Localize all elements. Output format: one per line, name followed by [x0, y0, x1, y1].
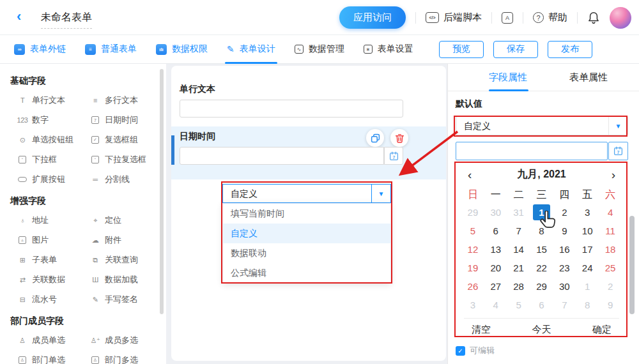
calendar-day[interactable]: 30	[553, 277, 576, 296]
calendar-day[interactable]: 3	[576, 203, 599, 222]
calendar-day[interactable]: 26	[461, 277, 484, 296]
app-access-button[interactable]: 应用访问	[339, 6, 406, 29]
sidebar-item-dept-single[interactable]: ♙部门单选	[17, 354, 89, 364]
sidebar-item-data-load[interactable]: Ш数据加载	[89, 274, 160, 285]
calendar-confirm-button[interactable]: 确定	[592, 324, 612, 336]
calendar-day[interactable]: 2	[599, 277, 622, 296]
calendar-day[interactable]: 27	[484, 277, 507, 296]
sidebar-item-signature[interactable]: ✎手写签名	[89, 294, 160, 305]
calendar-day[interactable]: 4	[599, 203, 622, 222]
sidebar-item-divider[interactable]: ═分割线	[89, 174, 160, 185]
dropdown-option[interactable]: 自定义	[223, 224, 390, 243]
sidebar-item-extend-button[interactable]: 扩展按钮	[17, 174, 89, 185]
toolbar-tab-form-external-link[interactable]: ∞表单外链	[14, 35, 66, 64]
dropdown-option[interactable]: 数据联动	[223, 243, 390, 263]
dropdown-option[interactable]: 公式编辑	[223, 263, 390, 283]
toolbar-tab-form-design[interactable]: ✎表单设计	[227, 35, 275, 64]
calendar-day[interactable]: 14	[507, 240, 530, 259]
calendar-day[interactable]: 28	[507, 277, 530, 296]
contacts-icon[interactable]: A	[502, 12, 513, 24]
calendar-day[interactable]: 23	[553, 259, 576, 277]
datetime-input[interactable]	[180, 147, 384, 165]
panel-tab-form-props[interactable]: 表单属性	[564, 72, 613, 84]
calendar-day[interactable]: 3	[461, 296, 484, 314]
delete-field-button[interactable]	[390, 129, 408, 147]
datetime-calendar-button[interactable]: 7	[384, 147, 403, 165]
calendar-day[interactable]: 19	[461, 259, 484, 277]
toolbar-tab-data-management[interactable]: ∿数据管理	[295, 35, 344, 64]
editable-checkbox[interactable]: ✓	[456, 346, 465, 356]
sidebar-scrollbar[interactable]	[160, 69, 164, 314]
sidebar-item-radio-group[interactable]: ⊙单选按钮组	[17, 134, 89, 146]
panel-date-calendar-button[interactable]: 7	[608, 142, 628, 160]
calendar-day[interactable]: 8	[576, 296, 599, 314]
calendar-day[interactable]: 17	[576, 240, 599, 259]
sidebar-item-image[interactable]: ▵图片	[17, 234, 89, 246]
calendar-day[interactable]: 9	[553, 222, 576, 240]
calendar-day[interactable]: 13	[484, 240, 507, 259]
calendar-day[interactable]: 24	[576, 259, 599, 277]
sidebar-item-location[interactable]: ⌖定位	[89, 215, 160, 226]
calendar-day[interactable]: 12	[461, 240, 484, 259]
sidebar-item-single-line-text[interactable]: T单行文本	[17, 95, 89, 106]
calendar-day[interactable]: 1	[576, 277, 599, 296]
calendar-day[interactable]: 10	[576, 222, 599, 240]
publish-button[interactable]: 发布	[548, 41, 592, 58]
user-avatar[interactable]	[610, 7, 631, 29]
calendar-day[interactable]: 30	[484, 203, 507, 222]
calendar-day[interactable]: 29	[530, 277, 553, 296]
copy-field-button[interactable]	[366, 129, 384, 147]
sidebar-item-related-query[interactable]: ⧉关联查询	[89, 254, 160, 266]
single-line-text-input[interactable]	[180, 100, 403, 118]
calendar-day[interactable]: 20	[484, 259, 507, 277]
sidebar-item-dept-multi[interactable]: ♙部门多选	[89, 354, 160, 364]
calendar-day[interactable]: 4	[484, 296, 507, 314]
sidebar-item-member-multi[interactable]: ♙⁺成员多选	[89, 335, 160, 346]
calendar-day[interactable]: 11	[599, 222, 622, 240]
sidebar-item-subform[interactable]: ⊞子表单	[17, 254, 89, 266]
sidebar-item-multi-line-text[interactable]: ≡多行文本	[89, 95, 160, 106]
calendar-day[interactable]: 7	[507, 222, 530, 240]
form-title[interactable]: 未命名表单	[41, 11, 92, 29]
calendar-day[interactable]: 22	[530, 259, 553, 277]
calendar-day[interactable]: 16	[553, 240, 576, 259]
calendar-day[interactable]: 5	[461, 222, 484, 240]
toolbar-tab-data-permission[interactable]: ılı数据权限	[156, 35, 208, 64]
sidebar-item-member-single[interactable]: ♙成员单选	[17, 335, 89, 346]
calendar-day[interactable]: 8	[530, 222, 553, 240]
calendar-day[interactable]: 31	[507, 203, 530, 222]
notification-bell-icon[interactable]	[587, 11, 600, 25]
preview-button[interactable]: 预览	[439, 41, 484, 58]
sidebar-item-number[interactable]: 123数字	[17, 114, 89, 126]
sidebar-item-dropdown[interactable]: ˇ下拉框	[17, 154, 89, 165]
selected-field-datetime[interactable]: 日期时间 7	[171, 126, 446, 179]
calendar-day[interactable]: 21	[507, 259, 530, 277]
window-scrollbar[interactable]	[629, 216, 635, 314]
canvas-default-value-select[interactable]: 自定义 ▼	[222, 184, 391, 203]
calendar-day[interactable]: 5	[507, 296, 530, 314]
calendar-day[interactable]: 29	[461, 203, 484, 222]
calendar-clear-button[interactable]: 清空	[472, 324, 491, 336]
panel-default-value-select[interactable]: 自定义 ▼	[456, 116, 628, 135]
sidebar-item-address[interactable]: ♁地址	[17, 215, 89, 226]
backend-script-button[interactable]: </> 后端脚本	[426, 11, 482, 24]
sidebar-item-checkbox-group[interactable]: ✓复选框组	[89, 134, 160, 146]
toolbar-tab-normal-form[interactable]: ≡普通表单	[85, 35, 137, 64]
dropdown-option[interactable]: 填写当前时间	[223, 204, 390, 224]
calendar-day[interactable]: 15	[530, 240, 553, 259]
next-month-icon[interactable]: ›	[612, 169, 615, 181]
calendar-day[interactable]: 9	[599, 296, 622, 314]
calendar-today-button[interactable]: 今天	[532, 324, 551, 336]
sidebar-item-attachment[interactable]: ☁附件	[89, 234, 160, 246]
calendar-day[interactable]: 1	[533, 204, 551, 220]
sidebar-item-serial-number[interactable]: ⊟流水号	[17, 294, 89, 305]
sidebar-item-datetime[interactable]: 7日期时间	[89, 114, 160, 126]
calendar-day[interactable]: 25	[599, 259, 622, 277]
panel-tab-field-props[interactable]: 字段属性	[484, 72, 532, 84]
calendar-day[interactable]: 2	[553, 203, 576, 222]
toolbar-tab-form-settings[interactable]: ∗表单设置	[364, 35, 413, 64]
sidebar-item-related-data[interactable]: ⇄关联数据	[17, 274, 89, 285]
save-button[interactable]: 保存	[493, 41, 538, 58]
help-button[interactable]: ? 帮助	[533, 11, 567, 24]
calendar-day[interactable]: 7	[553, 296, 576, 314]
